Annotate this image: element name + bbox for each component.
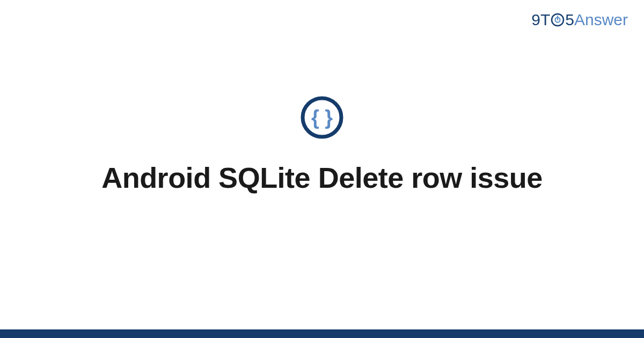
main-content: { } Android SQLite Delete row issue (0, 0, 644, 338)
code-braces-icon: { } (300, 95, 344, 142)
svg-text:{ }: { } (311, 106, 333, 129)
page-title: Android SQLite Delete row issue (101, 161, 543, 194)
bottom-accent-bar (0, 329, 644, 338)
